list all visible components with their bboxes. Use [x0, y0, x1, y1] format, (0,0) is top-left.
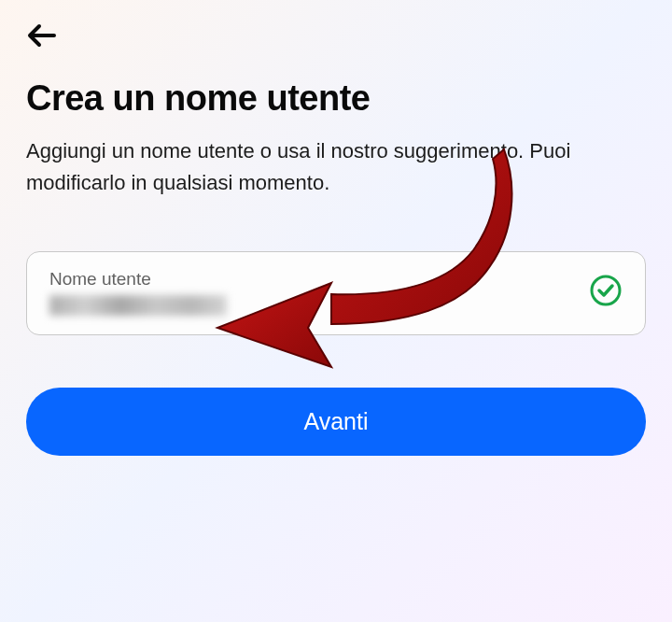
username-field-container[interactable]: Nome utente	[26, 251, 646, 335]
username-value-blurred	[49, 295, 227, 316]
validation-success-icon	[589, 274, 623, 311]
back-button[interactable]	[26, 22, 58, 52]
next-button[interactable]: Avanti	[26, 388, 646, 456]
check-circle-icon	[589, 274, 623, 307]
page-subtitle: Aggiungi un nome utente o usa il nostro …	[26, 135, 646, 199]
page-title: Crea un nome utente	[26, 78, 646, 119]
arrow-left-icon	[26, 22, 58, 49]
username-label: Nome utente	[49, 269, 574, 290]
svg-point-0	[592, 276, 620, 304]
